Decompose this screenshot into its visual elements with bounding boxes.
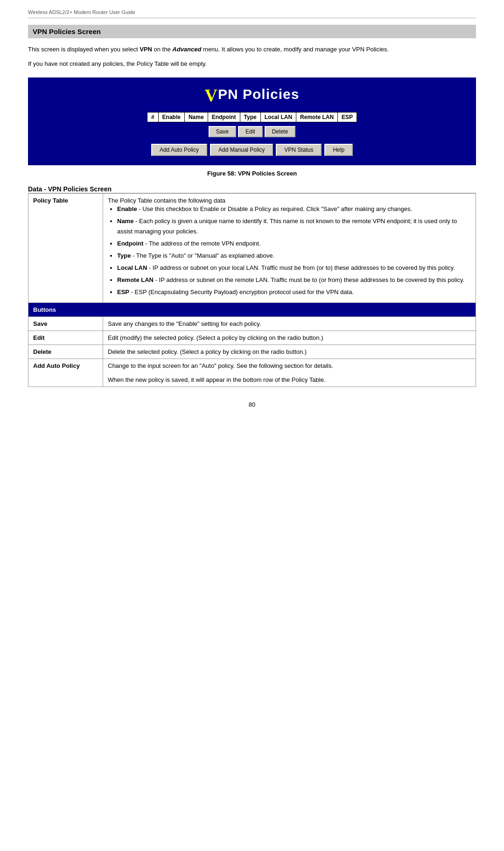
vpn-title-v: V xyxy=(205,85,218,105)
edit-button[interactable]: Edit xyxy=(238,126,263,137)
edit-description: Edit (modify) the selected policy. (Sele… xyxy=(103,331,476,345)
policy-table-bullet-list: Enable - Use this checkbox to Enable or … xyxy=(117,204,471,298)
save-button[interactable]: Save xyxy=(209,126,236,137)
intro-paragraph-1: This screen is displayed when you select… xyxy=(28,45,476,55)
intro-paragraph-2: If you have not created any policies, th… xyxy=(28,59,476,69)
edit-row: Edit Edit (modify) the selected policy. … xyxy=(28,331,476,345)
col-name: Name xyxy=(184,112,208,122)
document-header: Wireless ADSL2/2+ Modem Router User Guid… xyxy=(28,9,476,15)
add-manual-policy-button[interactable]: Add Manual Policy xyxy=(210,144,273,156)
col-esp: ESP xyxy=(338,112,357,122)
vpn-title-rest: PN Policies xyxy=(218,86,299,102)
col-endpoint: Endpoint xyxy=(208,112,240,122)
bullet-esp: ESP - ESP (Encapsulating Security Payloa… xyxy=(117,287,471,297)
vpn-screen-title: VPN Policies xyxy=(38,85,466,105)
policy-table-row: Policy Table The Policy Table contains t… xyxy=(28,193,476,303)
bullet-type: Type - The Type is "Auto" or "Manual" as… xyxy=(117,251,471,261)
save-row: Save Save any changes to the "Enable" se… xyxy=(28,317,476,331)
delete-description: Delete the selected policy. (Select a po… xyxy=(103,345,476,359)
policy-table-wrapper: # Enable Name Endpoint Type Local LAN Re… xyxy=(38,112,466,122)
add-auto-policy-button[interactable]: Add Auto Policy xyxy=(151,144,207,156)
save-edit-delete-row: Save Edit Delete xyxy=(38,126,466,137)
delete-row: Delete Delete the selected policy. (Sele… xyxy=(28,345,476,359)
save-description: Save any changes to the "Enable" setting… xyxy=(103,317,476,331)
delete-label: Delete xyxy=(28,345,103,359)
policy-table: # Enable Name Endpoint Type Local LAN Re… xyxy=(147,112,357,122)
col-hash: # xyxy=(147,112,158,122)
bullet-remote-lan: Remote LAN - IP address or subnet on the… xyxy=(117,275,471,285)
bullet-local-lan: Local LAN - IP address or subnet on your… xyxy=(117,263,471,273)
col-type: Type xyxy=(240,112,260,122)
data-table: Policy Table The Policy Table contains t… xyxy=(28,193,476,387)
figure-caption: Figure 58: VPN Policies Screen xyxy=(28,170,476,177)
top-divider xyxy=(28,18,476,18)
policy-table-intro: The Policy Table contains the following … xyxy=(108,197,225,204)
buttons-section-header-row: Buttons xyxy=(28,303,476,317)
bullet-enable: Enable - Use this checkbox to Enable or … xyxy=(117,204,471,214)
col-remote-lan: Remote LAN xyxy=(296,112,338,122)
data-section-title: Data - VPN Policies Screen xyxy=(28,185,476,193)
policy-table-label: Policy Table xyxy=(28,193,103,303)
add-auto-policy-row: Add Auto Policy Change to the input scre… xyxy=(28,359,476,387)
bullet-endpoint: Endpoint - The address of the remote VPN… xyxy=(117,239,471,249)
help-button[interactable]: Help xyxy=(324,144,353,156)
page-number: 80 xyxy=(28,401,476,408)
vpn-policies-screen-box: VPN Policies # Enable Name Endpoint Type… xyxy=(28,77,476,165)
add-auto-policy-label: Add Auto Policy xyxy=(28,359,103,387)
save-label: Save xyxy=(28,317,103,331)
policy-table-content: The Policy Table contains the following … xyxy=(103,193,476,303)
col-enable: Enable xyxy=(158,112,184,122)
vpn-status-button[interactable]: VPN Status xyxy=(276,144,322,156)
section-title: VPN Policies Screen xyxy=(28,25,476,38)
action-buttons-row: Add Auto Policy Add Manual Policy VPN St… xyxy=(38,144,466,156)
col-local-lan: Local LAN xyxy=(260,112,296,122)
edit-label: Edit xyxy=(28,331,103,345)
delete-button[interactable]: Delete xyxy=(265,126,296,137)
add-auto-policy-description: Change to the input screen for an "Auto"… xyxy=(103,359,476,387)
buttons-section-header: Buttons xyxy=(28,303,476,317)
add-auto-policy-text2: When the new policy is saved, it will ap… xyxy=(108,376,471,383)
bullet-name: Name - Each policy is given a unique nam… xyxy=(117,216,471,237)
add-auto-policy-text1: Change to the input screen for an "Auto"… xyxy=(108,362,471,369)
